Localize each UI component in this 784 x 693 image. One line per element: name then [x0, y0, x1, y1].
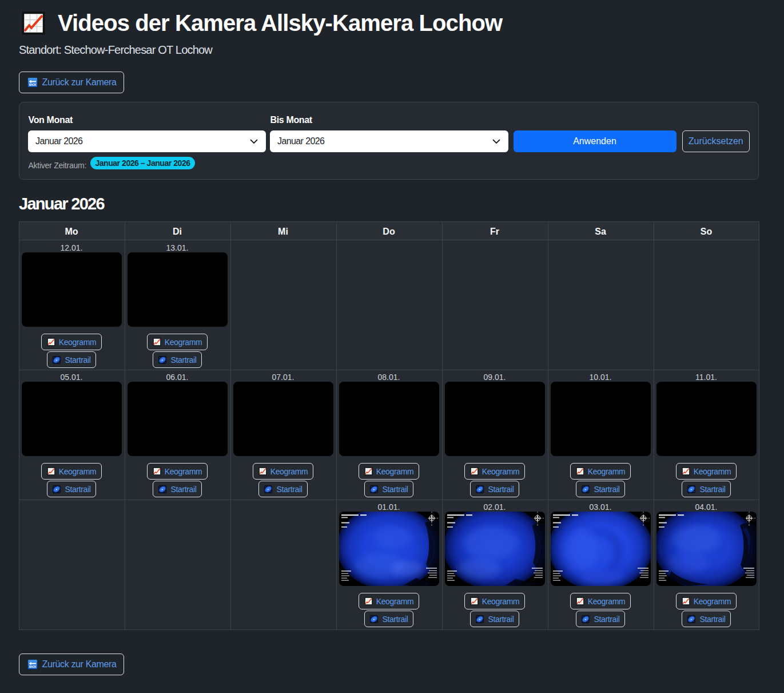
svg-text:BACK: BACK	[29, 84, 37, 86]
svg-text:BACK: BACK	[29, 666, 37, 668]
